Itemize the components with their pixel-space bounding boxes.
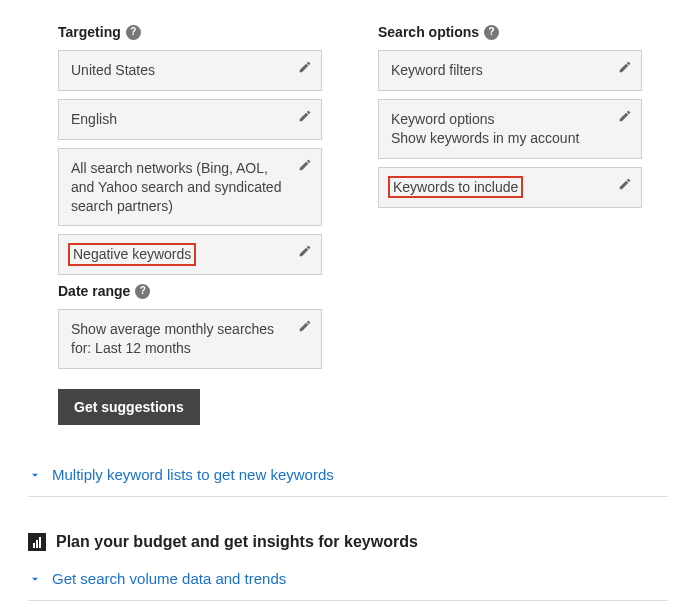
pencil-icon [618,109,632,123]
network-value: All search networks (Bing, AOL, and Yaho… [71,160,281,214]
negative-keywords-value: Negative keywords [68,243,196,265]
language-value: English [71,111,117,127]
help-icon[interactable]: ? [135,284,150,299]
targeting-heading-text: Targeting [58,24,121,40]
keyword-options-l2: Show keywords in my account [391,130,579,146]
pencil-icon [298,60,312,74]
pencil-icon [298,109,312,123]
keyword-filters-field[interactable]: Keyword filters [378,50,642,91]
chevron-down-icon [28,572,42,586]
pencil-icon [618,177,632,191]
budget-heading-text: Plan your budget and get insights for ke… [56,533,418,551]
keyword-filters-value: Keyword filters [391,62,483,78]
performance-row[interactable]: Get performance and cost estimates [28,601,668,612]
accordion-section: Multiply keyword lists to get new keywor… [28,453,668,612]
multiply-keyword-lists-row[interactable]: Multiply keyword lists to get new keywor… [28,453,668,497]
search-volume-link: Get search volume data and trends [52,570,286,587]
keywords-include-value: Keywords to include [388,176,523,198]
targeting-heading: Targeting ? [58,24,322,40]
search-volume-row[interactable]: Get search volume data and trends [28,557,668,601]
pencil-icon [298,319,312,333]
network-field[interactable]: All search networks (Bing, AOL, and Yaho… [58,148,322,227]
multiply-link: Multiply keyword lists to get new keywor… [52,466,334,483]
get-suggestions-button[interactable]: Get suggestions [58,389,200,425]
negative-keywords-field[interactable]: Negative keywords [58,234,322,275]
date-range-heading: Date range ? [58,283,322,299]
targeting-column: Targeting ? United States English All se… [58,24,322,425]
location-value: United States [71,62,155,78]
language-field[interactable]: English [58,99,322,140]
keyword-options-field[interactable]: Keyword options Show keywords in my acco… [378,99,642,159]
search-options-heading: Search options ? [378,24,642,40]
budget-heading-row: Plan your budget and get insights for ke… [28,533,668,551]
help-icon[interactable]: ? [126,25,141,40]
keywords-include-field[interactable]: Keywords to include [378,167,642,208]
pencil-icon [618,60,632,74]
date-range-field[interactable]: Show average monthly searches for: Last … [58,309,322,369]
keyword-options-l1: Keyword options [391,111,495,127]
date-range-value: Show average monthly searches for: Last … [71,321,274,356]
search-options-column: Search options ? Keyword filters Keyword… [378,24,642,216]
location-field[interactable]: United States [58,50,322,91]
chevron-down-icon [28,468,42,482]
pencil-icon [298,244,312,258]
pencil-icon [298,158,312,172]
date-range-heading-text: Date range [58,283,130,299]
help-icon[interactable]: ? [484,25,499,40]
search-options-heading-text: Search options [378,24,479,40]
bar-chart-icon [28,533,46,551]
